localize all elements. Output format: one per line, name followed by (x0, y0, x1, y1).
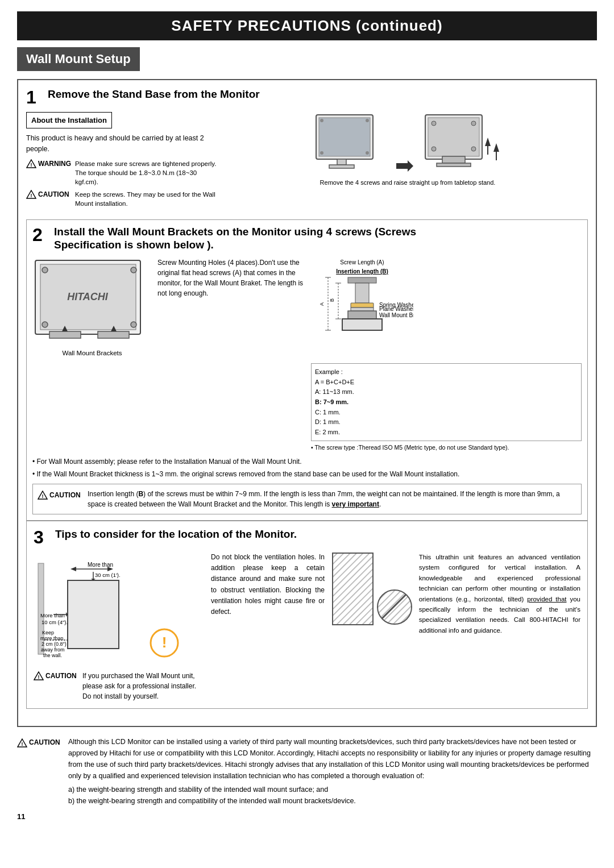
svg-text:A: A (319, 302, 325, 306)
monitor-diagrams (227, 112, 588, 175)
svg-marker-12 (396, 160, 413, 172)
svg-point-17 (432, 147, 436, 151)
svg-text:10 cm (4").: 10 cm (4"). (42, 619, 68, 625)
svg-text:the wall.: the wall. (43, 653, 62, 658)
step1-title: Remove the Stand Base from the Monitor (48, 88, 260, 101)
e-value: E: 2 mm. (315, 427, 578, 438)
svg-text:HITACHI: HITACHI (67, 291, 109, 302)
bottom-caution-block: ! CAUTION Although this LCD Monitor can … (17, 736, 597, 807)
svg-text:More than: More than (40, 612, 65, 618)
arrow-right-svg (396, 157, 413, 175)
svg-text:!: ! (38, 674, 40, 680)
main-content: 1 Remove the Stand Base from the Monitor… (17, 79, 597, 727)
step3-number: 3 (34, 528, 49, 546)
step2-block: 2 Install the Wall Mount Brackets on the… (26, 219, 588, 521)
svg-rect-46 (342, 319, 382, 330)
svg-rect-6 (337, 159, 346, 165)
svg-marker-60 (70, 567, 76, 571)
svg-text:!: ! (162, 634, 167, 651)
svg-text:2 cm (0.8"): 2 cm (0.8") (42, 641, 67, 647)
svg-point-8 (320, 119, 323, 122)
svg-text:away from: away from (41, 647, 65, 653)
caution1-icon: ! (26, 190, 36, 199)
svg-text:!: ! (31, 193, 32, 198)
b-value: B: 7~9 mm. (315, 397, 578, 408)
example-formula: A = B+C+D+E (315, 377, 578, 388)
c-value: C: 1 mm. (315, 408, 578, 418)
svg-point-18 (471, 147, 476, 151)
step2-caution-icon: ! (38, 491, 48, 500)
step2-middle: Screw Mounting Holes (4 places).Don't us… (157, 258, 305, 452)
svg-text:30 cm (1').: 30 cm (1'). (95, 572, 121, 578)
warning-text: Please make sure screws are tightened pr… (75, 159, 219, 186)
step3-middle-text: Do not block the ventilation holes. In a… (211, 552, 325, 617)
svg-text:Plane Washer (D): Plane Washer (D) (379, 306, 413, 312)
svg-rect-58 (68, 580, 119, 649)
step1-left-panel: About the Installation This product is h… (26, 112, 219, 211)
section-header-wrapper: Wall Mount Setup (17, 47, 597, 79)
svg-rect-33 (98, 331, 129, 338)
svg-point-9 (366, 119, 369, 122)
warning-label: ! WARNING (26, 159, 72, 168)
bottom-caution-text: Although this LCD Monitor can be install… (68, 736, 597, 807)
svg-rect-20 (437, 163, 471, 167)
warning-icon: ! (26, 159, 36, 168)
a-value: A: 11~13 mm. (315, 387, 578, 397)
step3-block: 3 Tips to consider for the location of t… (26, 521, 588, 709)
page-header: SAFETY PRECAUTIONS (continued) (17, 11, 597, 40)
svg-point-31 (131, 322, 136, 327)
step1-number: 1 (26, 88, 42, 106)
step1-block: 1 Remove the Stand Base from the Monitor… (26, 88, 588, 211)
step3-right-text: This ultrathin unit features an advanced… (419, 552, 580, 701)
svg-marker-23 (493, 143, 499, 152)
step2-number: 2 (32, 226, 48, 244)
step3-right-text-content: This ultrathin unit features an advanced… (419, 552, 580, 636)
hitachi-monitor-svg: HITACHI (32, 258, 146, 346)
bracket-label: Wall Mount Brackets (32, 350, 152, 356)
svg-rect-44 (348, 311, 376, 319)
hatch-diagram (331, 552, 413, 701)
svg-text:B: B (329, 298, 335, 302)
step3-caution2-block: ! CAUTION If you purchased the Wall Moun… (34, 671, 204, 701)
svg-point-29 (131, 267, 136, 273)
caution1-box: ! CAUTION Keep the screws. They may be u… (26, 190, 219, 208)
svg-point-28 (42, 267, 48, 273)
svg-rect-39 (355, 283, 369, 303)
step3-caution2-icon: ! (34, 671, 44, 680)
svg-text:Wall Mount Bracket (E): Wall Mount Bracket (E) (379, 312, 413, 318)
step3-caution2-text: If you purchased the Wall Mount unit, pl… (82, 671, 204, 701)
screw-spec-svg: Screw Length (A) Insertion length (B) Sp… (311, 258, 413, 357)
svg-point-10 (320, 151, 323, 155)
step2-right: Screw Length (A) Insertion length (B) Sp… (311, 258, 582, 452)
step3-caution2-label: ! CAUTION (34, 671, 79, 681)
step1-right-panel: Remove the 4 screws and raise straight u… (227, 112, 588, 211)
example-label: Example : (315, 367, 578, 377)
svg-rect-42 (351, 308, 374, 311)
step2-note1: • For Wall Mount assembly; please refer … (32, 456, 582, 467)
step2-content: HITACHI Wall Mount Brackets Scre (32, 258, 582, 452)
no-symbol-svg (376, 589, 413, 626)
about-title: About the Installation (31, 116, 107, 124)
screw-type-note: • The screw type :Theread ISO M5 (Metric… (311, 443, 582, 452)
svg-rect-81 (333, 553, 373, 625)
svg-text:Keep: Keep (42, 630, 54, 636)
warning-box: ! WARNING Please make sure screws are ti… (26, 159, 219, 186)
step2-middle-text: Screw Mounting Holes (4 places).Don't us… (157, 258, 305, 298)
svg-text:More than: More than (88, 562, 113, 568)
hatch-svg (331, 552, 374, 626)
step2-note2: • If the Wall Mount Bracket thickness is… (32, 469, 582, 479)
svg-text:Insertion length (B): Insertion length (B) (336, 268, 388, 275)
about-box: About the Installation (26, 112, 112, 128)
page-number: 11 (17, 812, 597, 821)
step3-left: More than 30 cm (1'). More than 10 cm (4… (34, 552, 204, 701)
step2-caution-block: ! CAUTION Insertion length (B) of the sc… (32, 484, 582, 514)
svg-point-16 (471, 121, 476, 126)
svg-point-30 (42, 322, 48, 327)
step3-middle: Do not block the ventilation holes. In a… (211, 552, 325, 701)
step3-right-group: This ultrathin unit features an advanced… (331, 552, 580, 701)
svg-marker-21 (485, 138, 491, 146)
step1-caption: Remove the 4 screws and raise straight u… (227, 179, 588, 186)
step2-title: Install the Wall Mount Brackets on the M… (54, 226, 416, 252)
svg-text:!: ! (22, 741, 23, 747)
svg-point-11 (366, 151, 369, 155)
